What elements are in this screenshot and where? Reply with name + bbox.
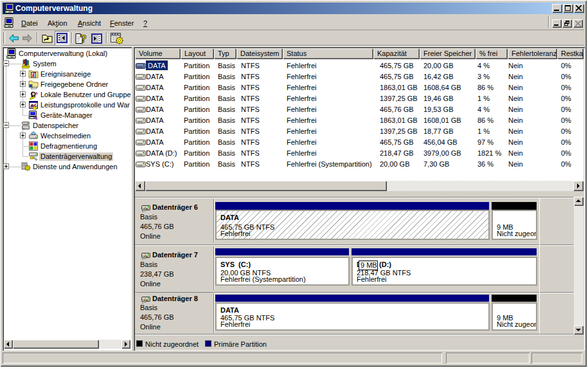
svg-text:?: ?: [80, 33, 87, 44]
